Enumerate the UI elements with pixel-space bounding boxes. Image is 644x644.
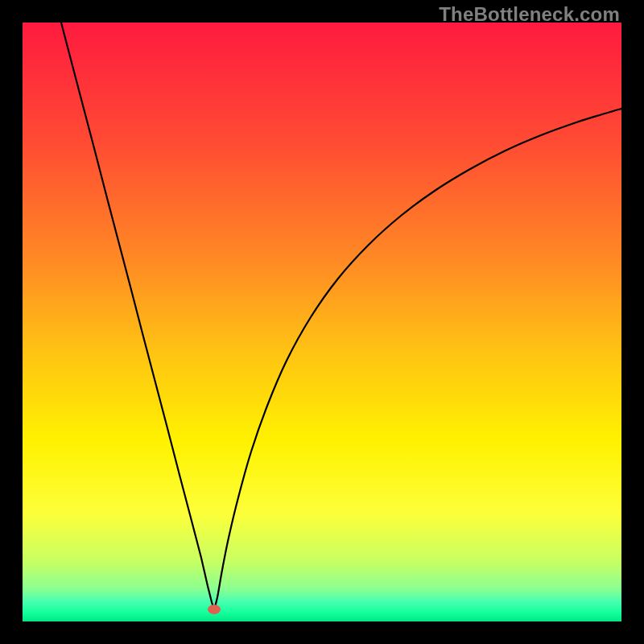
gradient-background: [23, 23, 621, 621]
minimum-marker: [208, 605, 221, 614]
bottleneck-chart: [23, 23, 621, 621]
chart-frame: [23, 23, 621, 621]
